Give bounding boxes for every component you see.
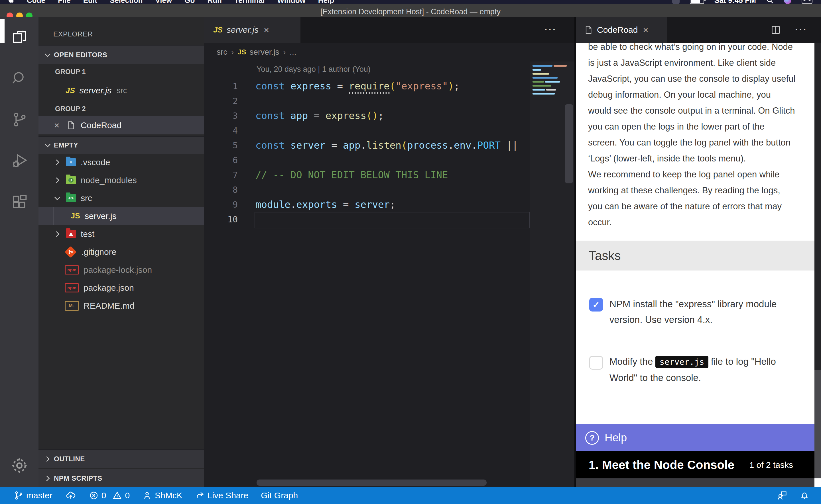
sidebar-title: EXPLORER — [53, 26, 93, 43]
task2-checkbox[interactable] — [589, 356, 603, 370]
menu-item-selection[interactable]: Selection — [110, 0, 143, 4]
git-branch-icon — [14, 491, 23, 500]
git-branch-status[interactable]: master — [14, 491, 52, 500]
code-line[interactable]: 1 const express = require("express"); — [204, 79, 529, 93]
activity-source-control-button[interactable] — [0, 100, 38, 140]
open-editor-label: server.js — [79, 86, 111, 95]
activity-run-debug-button[interactable] — [0, 141, 38, 181]
activity-explorer-button[interactable] — [0, 17, 38, 57]
breadcrumb-file[interactable]: server.js — [250, 48, 279, 57]
activity-extensions-button[interactable] — [0, 182, 38, 222]
feedback-icon[interactable] — [777, 490, 787, 501]
explorer-sidebar: EXPLORER OPEN EDITORS GROUP 1 JS server.… — [38, 17, 204, 487]
close-icon[interactable]: × — [643, 25, 648, 34]
js-file-icon: JS — [66, 86, 75, 95]
paragraph-line: JavaScript, you can use the console to d… — [588, 71, 810, 87]
siri-icon[interactable] — [784, 0, 791, 4]
webview-scrollbar[interactable] — [814, 43, 821, 487]
coderoad-webview: be able to check what’s going on in your… — [576, 43, 821, 487]
menu-extra-icon[interactable] — [672, 0, 680, 4]
code-line[interactable]: 8 — [204, 182, 529, 197]
bell-icon[interactable] — [799, 490, 810, 501]
tree-item-package-json[interactable]: npm package.json — [38, 279, 204, 297]
code-line[interactable]: 3 const app = express(); — [204, 108, 529, 123]
panel-more-icon[interactable]: ··· — [795, 24, 807, 35]
breadcrumb-folder[interactable]: src — [217, 48, 227, 57]
test-folder-icon — [66, 230, 76, 238]
live-share-button[interactable]: Live Share — [195, 491, 248, 500]
problems-status[interactable]: 0 0 — [89, 491, 130, 500]
tree-item-package-lock[interactable]: npm package-lock.json — [38, 261, 204, 279]
editor-group-2-label: GROUP 2 — [55, 105, 86, 113]
tab-label: server.js — [227, 25, 259, 35]
paragraph-line: you can be aware of the nature of errors… — [588, 198, 810, 214]
tree-item-serverjs[interactable]: JS server.js — [38, 207, 204, 225]
live-share-account[interactable]: ShMcK — [142, 491, 182, 500]
minimap[interactable] — [530, 62, 574, 487]
menu-item-terminal[interactable]: Terminal — [234, 0, 265, 4]
menu-item-code[interactable]: Code — [27, 0, 45, 4]
open-editor-serverjs[interactable]: JS server.js src — [38, 82, 204, 99]
tree-item-vscode[interactable]: × .vscode — [38, 153, 204, 171]
live-share-icon — [195, 491, 205, 500]
settings-gear-button[interactable] — [0, 446, 38, 485]
spotlight-icon[interactable] — [766, 0, 774, 4]
close-icon[interactable]: × — [54, 121, 60, 130]
menu-item-window[interactable]: Window — [277, 0, 305, 4]
tree-item-gitignore[interactable]: .gitignore — [38, 243, 204, 261]
open-editor-coderoad[interactable]: × CodeRoad — [38, 116, 204, 134]
code-line[interactable]: 5 const server = app.listen(process.env.… — [204, 138, 529, 153]
open-editors-header[interactable]: OPEN EDITORS — [38, 45, 204, 64]
menu-item-file[interactable]: File — [58, 0, 71, 4]
help-bar[interactable]: ? Help — [576, 424, 814, 451]
split-editor-icon[interactable] — [770, 24, 781, 35]
tree-item-node-modules[interactable]: js node_modules — [38, 171, 204, 189]
markdown-icon: M↓ — [65, 301, 79, 311]
apple-menu-icon[interactable] — [8, 0, 15, 4]
menu-clock[interactable]: Sat 9:45 PM — [714, 0, 756, 4]
lesson-footer[interactable]: 1. Meet the Node Console 1 of 2 tasks — [576, 451, 814, 478]
breadcrumb[interactable]: src › JS server.js › ... — [204, 43, 574, 62]
run-and-debug-icon — [11, 153, 27, 169]
activity-search-button[interactable] — [0, 58, 38, 98]
code-line[interactable]: 9 module.exports = server; — [204, 197, 529, 212]
menu-item-run[interactable]: Run — [207, 0, 222, 4]
webview-scrollbar-thumb[interactable] — [814, 370, 821, 478]
coderoad-tab-bar: CodeRoad × ··· — [576, 17, 821, 43]
tab-serverjs[interactable]: JS server.js × — [204, 17, 301, 43]
chevron-down-icon — [44, 141, 52, 149]
menu-item-help[interactable]: Help — [318, 0, 334, 4]
status-bar: master 0 0 ShMcK Live Share Git Graph — [0, 487, 821, 504]
close-icon[interactable]: × — [264, 25, 269, 34]
sync-status[interactable] — [65, 490, 76, 501]
paragraph-line: working at these challenges. By reading … — [588, 183, 810, 198]
code-line[interactable]: 6 — [204, 153, 529, 167]
code-line[interactable]: 4 — [204, 123, 529, 138]
chevron-right-icon — [53, 176, 61, 184]
battery-icon[interactable] — [690, 0, 704, 4]
lesson-progress: 1 of 2 tasks — [750, 460, 793, 470]
editor-actions-more-icon[interactable]: ··· — [544, 24, 557, 35]
warning-icon — [112, 491, 122, 500]
menu-item-view[interactable]: View — [155, 0, 172, 4]
npm-scripts-section-header[interactable]: NPM SCRIPTS — [38, 469, 204, 487]
menu-item-go[interactable]: Go — [184, 0, 195, 4]
tree-item-test[interactable]: test — [38, 225, 204, 243]
breadcrumb-symbol[interactable]: ... — [290, 48, 296, 57]
git-graph-button[interactable]: Git Graph — [261, 491, 298, 500]
tasks-section-header: Tasks — [576, 241, 814, 271]
menu-item-edit[interactable]: Edit — [83, 0, 97, 4]
tab-coderoad[interactable]: CodeRoad × — [576, 17, 667, 43]
task1-checkbox[interactable]: ✓ — [589, 298, 603, 312]
tree-item-src[interactable]: </> src — [38, 189, 204, 207]
folder-section-header[interactable]: EMPTY — [38, 136, 204, 154]
code-line[interactable]: 7 // -- DO NOT EDIT BELOW THIS LINE — [204, 167, 529, 182]
help-label: Help — [604, 432, 627, 444]
task2-text-line1: Modify the server.js file to log "Hello — [609, 354, 809, 370]
code-line[interactable]: 2 — [204, 93, 529, 108]
horizontal-scrollbar-thumb[interactable] — [257, 480, 487, 486]
tree-item-readme[interactable]: M↓ README.md — [38, 297, 204, 315]
outline-section-header[interactable]: OUTLINE — [38, 449, 204, 468]
editor-scrollbar-thumb[interactable] — [565, 104, 573, 183]
control-center-icon[interactable] — [802, 0, 812, 4]
